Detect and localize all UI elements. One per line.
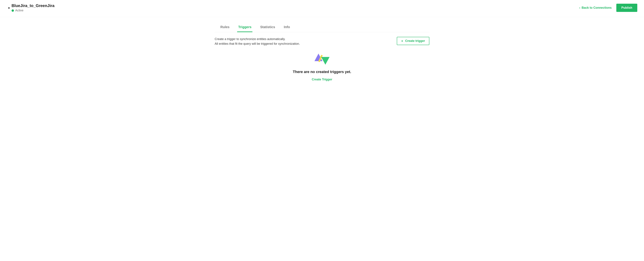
empty-state-create-link[interactable]: Create Trigger xyxy=(312,78,332,81)
empty-state-title: There are no created triggers yet. xyxy=(293,70,351,74)
description-line-1: Create a trigger to synchronize entities… xyxy=(215,37,300,41)
main-content: Rules Triggers Statistics Info Create a … xyxy=(211,17,433,91)
expand-sidebar-icon[interactable]: ›› xyxy=(8,6,9,10)
status-row: Active xyxy=(12,9,54,12)
svg-marker-2 xyxy=(321,57,330,65)
tab-rules[interactable]: Rules xyxy=(220,25,230,32)
back-link-label: Back to Connections xyxy=(582,6,612,9)
title-block: BlueJira_to_GreenJira Active xyxy=(12,3,54,12)
back-to-connections-link[interactable]: ‹ Back to Connections xyxy=(579,6,612,9)
create-trigger-label: Create trigger xyxy=(405,39,425,43)
header-right: ‹ Back to Connections Publish xyxy=(579,4,637,12)
page-header: ›› BlueJira_to_GreenJira Active ‹ Back t… xyxy=(0,0,644,17)
create-trigger-button[interactable]: + Create trigger xyxy=(397,37,429,45)
plus-icon: + xyxy=(401,39,403,43)
status-label: Active xyxy=(15,9,24,12)
status-dot-icon xyxy=(12,9,14,12)
description-line-2: All entities that fit the query will be … xyxy=(215,41,300,46)
tab-triggers[interactable]: Triggers xyxy=(238,25,252,32)
tab-statistics[interactable]: Statistics xyxy=(260,25,276,32)
publish-button[interactable]: Publish xyxy=(616,4,637,12)
triggers-empty-icon xyxy=(314,53,330,66)
description-row: Create a trigger to synchronize entities… xyxy=(215,32,429,46)
header-left: ›› BlueJira_to_GreenJira Active xyxy=(8,3,54,12)
chevron-left-icon: ‹ xyxy=(579,6,580,9)
empty-state: There are no created triggers yet. Creat… xyxy=(215,46,429,88)
tab-info[interactable]: Info xyxy=(283,25,291,32)
trigger-description: Create a trigger to synchronize entities… xyxy=(215,37,300,46)
page-title: BlueJira_to_GreenJira xyxy=(12,3,54,8)
tabs: Rules Triggers Statistics Info xyxy=(215,25,429,32)
